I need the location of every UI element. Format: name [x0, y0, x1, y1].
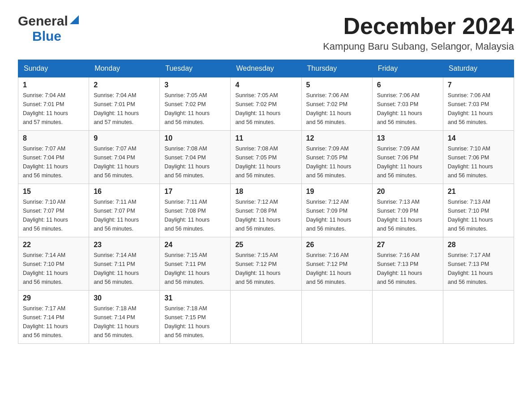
day-number: 17	[164, 188, 226, 196]
day-info: Sunrise: 7:09 AMSunset: 7:06 PMDaylight:…	[377, 144, 438, 180]
day-number: 5	[306, 81, 368, 89]
calendar-cell: 13Sunrise: 7:09 AMSunset: 7:06 PMDayligh…	[372, 131, 443, 184]
calendar-cell	[372, 291, 443, 344]
day-number: 20	[377, 188, 438, 196]
calendar-body: 1Sunrise: 7:04 AMSunset: 7:01 PMDaylight…	[18, 77, 514, 344]
calendar-cell: 4Sunrise: 7:05 AMSunset: 7:02 PMDaylight…	[231, 77, 301, 131]
calendar-table: SundayMondayTuesdayWednesdayThursdayFrid…	[18, 60, 514, 344]
calendar-cell: 20Sunrise: 7:13 AMSunset: 7:09 PMDayligh…	[372, 184, 443, 237]
calendar-cell: 7Sunrise: 7:06 AMSunset: 7:03 PMDaylight…	[443, 77, 514, 131]
day-number: 27	[377, 241, 438, 249]
day-info: Sunrise: 7:16 AMSunset: 7:13 PMDaylight:…	[377, 251, 438, 287]
day-number: 7	[448, 81, 509, 89]
calendar-cell	[231, 291, 301, 344]
day-info: Sunrise: 7:13 AMSunset: 7:09 PMDaylight:…	[377, 197, 438, 233]
day-info: Sunrise: 7:12 AMSunset: 7:08 PMDaylight:…	[235, 197, 296, 233]
calendar-cell: 11Sunrise: 7:08 AMSunset: 7:05 PMDayligh…	[231, 131, 301, 184]
day-number: 9	[94, 134, 155, 142]
location-title: Kampung Baru Subang, Selangor, Malaysia	[323, 41, 514, 52]
calendar-cell	[443, 291, 514, 344]
day-info: Sunrise: 7:18 AMSunset: 7:14 PMDaylight:…	[94, 304, 155, 340]
calendar-cell: 25Sunrise: 7:15 AMSunset: 7:12 PMDayligh…	[231, 237, 301, 291]
calendar-cell: 24Sunrise: 7:15 AMSunset: 7:11 PMDayligh…	[160, 237, 231, 291]
day-number: 11	[235, 134, 296, 142]
day-info: Sunrise: 7:14 AMSunset: 7:10 PMDaylight:…	[23, 251, 84, 287]
day-info: Sunrise: 7:06 AMSunset: 7:03 PMDaylight:…	[377, 91, 438, 127]
calendar-header: SundayMondayTuesdayWednesdayThursdayFrid…	[18, 60, 514, 77]
day-number: 15	[23, 188, 84, 196]
day-number: 10	[164, 134, 226, 142]
logo-general-text: General	[18, 13, 68, 29]
calendar-cell: 17Sunrise: 7:11 AMSunset: 7:08 PMDayligh…	[160, 184, 231, 237]
day-info: Sunrise: 7:05 AMSunset: 7:02 PMDaylight:…	[235, 91, 296, 127]
calendar-cell	[301, 291, 372, 344]
calendar-cell: 10Sunrise: 7:08 AMSunset: 7:04 PMDayligh…	[160, 131, 231, 184]
month-title: December 2024	[323, 13, 514, 39]
logo: General Blue	[18, 13, 81, 44]
header-cell-sunday: Sunday	[18, 60, 89, 77]
day-number: 29	[23, 294, 84, 302]
day-number: 31	[164, 294, 226, 302]
day-number: 26	[306, 241, 368, 249]
calendar-cell: 23Sunrise: 7:14 AMSunset: 7:11 PMDayligh…	[89, 237, 160, 291]
calendar-cell: 2Sunrise: 7:04 AMSunset: 7:01 PMDaylight…	[89, 77, 160, 131]
page-header: General Blue December 2024 Kampung Baru …	[18, 13, 514, 52]
day-number: 23	[94, 241, 155, 249]
day-number: 16	[94, 188, 155, 196]
day-info: Sunrise: 7:07 AMSunset: 7:04 PMDaylight:…	[94, 144, 155, 180]
day-number: 1	[23, 81, 84, 89]
day-number: 18	[235, 188, 296, 196]
day-number: 13	[377, 134, 438, 142]
calendar-cell: 16Sunrise: 7:11 AMSunset: 7:07 PMDayligh…	[89, 184, 160, 237]
day-info: Sunrise: 7:07 AMSunset: 7:04 PMDaylight:…	[23, 144, 84, 180]
calendar-week-2: 8Sunrise: 7:07 AMSunset: 7:04 PMDaylight…	[18, 131, 514, 184]
logo-triangle-icon	[68, 13, 81, 26]
day-number: 21	[448, 188, 509, 196]
calendar-cell: 12Sunrise: 7:09 AMSunset: 7:05 PMDayligh…	[301, 131, 372, 184]
calendar-week-3: 15Sunrise: 7:10 AMSunset: 7:07 PMDayligh…	[18, 184, 514, 237]
calendar-cell: 3Sunrise: 7:05 AMSunset: 7:02 PMDaylight…	[160, 77, 231, 131]
header-cell-monday: Monday	[89, 60, 160, 77]
day-info: Sunrise: 7:13 AMSunset: 7:10 PMDaylight:…	[448, 197, 509, 233]
calendar-cell: 18Sunrise: 7:12 AMSunset: 7:08 PMDayligh…	[231, 184, 301, 237]
day-info: Sunrise: 7:15 AMSunset: 7:11 PMDaylight:…	[164, 251, 226, 287]
calendar-cell: 5Sunrise: 7:06 AMSunset: 7:02 PMDaylight…	[301, 77, 372, 131]
header-cell-tuesday: Tuesday	[160, 60, 231, 77]
day-number: 2	[94, 81, 155, 89]
day-number: 25	[235, 241, 296, 249]
day-info: Sunrise: 7:05 AMSunset: 7:02 PMDaylight:…	[164, 91, 226, 127]
calendar-cell: 9Sunrise: 7:07 AMSunset: 7:04 PMDaylight…	[89, 131, 160, 184]
day-info: Sunrise: 7:17 AMSunset: 7:13 PMDaylight:…	[448, 251, 509, 287]
day-info: Sunrise: 7:14 AMSunset: 7:11 PMDaylight:…	[94, 251, 155, 287]
day-info: Sunrise: 7:04 AMSunset: 7:01 PMDaylight:…	[23, 91, 84, 127]
day-info: Sunrise: 7:10 AMSunset: 7:06 PMDaylight:…	[448, 144, 509, 180]
day-info: Sunrise: 7:15 AMSunset: 7:12 PMDaylight:…	[235, 251, 296, 287]
calendar-week-5: 29Sunrise: 7:17 AMSunset: 7:14 PMDayligh…	[18, 291, 514, 344]
header-cell-saturday: Saturday	[443, 60, 514, 77]
day-number: 6	[377, 81, 438, 89]
calendar-cell: 26Sunrise: 7:16 AMSunset: 7:12 PMDayligh…	[301, 237, 372, 291]
day-number: 12	[306, 134, 368, 142]
header-cell-friday: Friday	[372, 60, 443, 77]
day-number: 3	[164, 81, 226, 89]
header-cell-wednesday: Wednesday	[231, 60, 301, 77]
day-number: 22	[23, 241, 84, 249]
day-info: Sunrise: 7:08 AMSunset: 7:04 PMDaylight:…	[164, 144, 226, 180]
day-number: 28	[448, 241, 509, 249]
day-info: Sunrise: 7:06 AMSunset: 7:03 PMDaylight:…	[448, 91, 509, 127]
day-number: 24	[164, 241, 226, 249]
calendar-cell: 30Sunrise: 7:18 AMSunset: 7:14 PMDayligh…	[89, 291, 160, 344]
day-number: 8	[23, 134, 84, 142]
calendar-cell: 21Sunrise: 7:13 AMSunset: 7:10 PMDayligh…	[443, 184, 514, 237]
calendar-cell: 29Sunrise: 7:17 AMSunset: 7:14 PMDayligh…	[18, 291, 89, 344]
day-info: Sunrise: 7:08 AMSunset: 7:05 PMDaylight:…	[235, 144, 296, 180]
calendar-week-1: 1Sunrise: 7:04 AMSunset: 7:01 PMDaylight…	[18, 77, 514, 131]
calendar-cell: 15Sunrise: 7:10 AMSunset: 7:07 PMDayligh…	[18, 184, 89, 237]
day-info: Sunrise: 7:04 AMSunset: 7:01 PMDaylight:…	[94, 91, 155, 127]
day-info: Sunrise: 7:10 AMSunset: 7:07 PMDaylight:…	[23, 197, 84, 233]
day-number: 4	[235, 81, 296, 89]
calendar-cell: 19Sunrise: 7:12 AMSunset: 7:09 PMDayligh…	[301, 184, 372, 237]
calendar-cell: 28Sunrise: 7:17 AMSunset: 7:13 PMDayligh…	[443, 237, 514, 291]
header-cell-thursday: Thursday	[301, 60, 372, 77]
calendar-cell: 6Sunrise: 7:06 AMSunset: 7:03 PMDaylight…	[372, 77, 443, 131]
